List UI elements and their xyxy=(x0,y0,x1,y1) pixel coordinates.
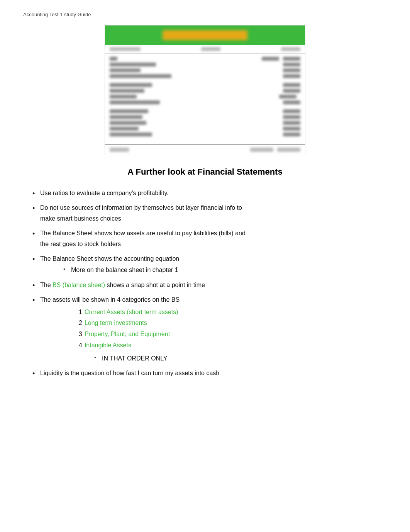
bullet-text-4: The Balance Sheet shows the accounting e… xyxy=(40,255,179,262)
numbered-text-6-3: Property, Plant, and Equipment xyxy=(85,331,170,337)
deep-sub-item-6-1: IN THAT ORDER ONLY xyxy=(94,354,387,364)
table-column-headers xyxy=(105,45,305,54)
table-row xyxy=(110,100,300,104)
blurred-table-image xyxy=(105,25,305,155)
deep-sub-text-6-1: IN THAT ORDER ONLY xyxy=(102,355,168,362)
bullet-text-5-prefix: The xyxy=(40,282,53,288)
table-row xyxy=(110,89,300,93)
col-header-2 xyxy=(201,47,220,51)
bullet-text-3: The Balance Sheet shows how assets are u… xyxy=(40,230,246,236)
numbered-text-6-1: Current Assets (short term assets) xyxy=(85,309,178,315)
table-header xyxy=(105,25,305,45)
bullet-continuation-3: the rest goes to stock holders xyxy=(40,240,387,249)
numbered-item-6-3: 3Property, Plant, and Equipment xyxy=(79,329,387,340)
bullet-text-1: Use ratios to evaluate a company's profi… xyxy=(40,190,169,196)
bullet-item-5: The BS (balance sheet) shows a snap shot… xyxy=(31,280,387,290)
numbered-item-6-1: 1Current Assets (short term assets) xyxy=(79,307,387,318)
main-bullet-list: Use ratios to evaluate a company's profi… xyxy=(31,189,387,378)
table-row xyxy=(110,121,300,125)
bullet-item-7: Liquidity is the question of how fast I … xyxy=(31,369,387,378)
table-row xyxy=(110,57,300,61)
bullet-item-4: The Balance Sheet shows the accounting e… xyxy=(31,254,387,275)
table-row xyxy=(110,95,300,99)
bullet-text-7: Liquidity is the question of how fast I … xyxy=(40,370,219,376)
sub-bullet-list-4: More on the balance sheet in chapter 1 xyxy=(63,265,387,275)
col-header-1 xyxy=(110,47,141,51)
numbered-item-6-4: 4Intangible Assets xyxy=(79,340,387,351)
section-title: A Further look at Financial Statements xyxy=(23,167,387,177)
deep-sub-list-6: IN THAT ORDER ONLY xyxy=(94,354,387,364)
table-header-text xyxy=(163,30,247,40)
bullet-item-6: The assets will be shown in 4 categories… xyxy=(31,295,387,364)
numbered-text-6-4: Intangible Assets xyxy=(85,342,131,348)
table-row xyxy=(110,109,300,113)
numbered-list-6: 1Current Assets (short term assets) 2Lon… xyxy=(79,307,387,351)
table-row xyxy=(110,83,300,87)
table-row xyxy=(110,133,300,136)
bullet-item-2: Do not use sources of information by the… xyxy=(31,203,387,223)
bullet-item-1: Use ratios to evaluate a company's profi… xyxy=(31,189,387,198)
bullet-text-6: The assets will be shown in 4 categories… xyxy=(40,296,180,303)
table-body xyxy=(105,54,305,141)
table-row xyxy=(110,63,300,66)
page-label: Accounting Test 1 study Guide xyxy=(23,12,387,17)
bullet-text-2: Do not use sources of information by the… xyxy=(40,204,242,211)
table-row xyxy=(110,115,300,119)
bullet-text-5-green: BS (balance sheet) xyxy=(53,282,105,288)
table-row xyxy=(110,127,300,131)
table-row xyxy=(110,68,300,72)
table-footer xyxy=(105,144,305,155)
col-header-3 xyxy=(281,47,300,51)
sub-bullet-item-4-1: More on the balance sheet in chapter 1 xyxy=(63,265,387,275)
numbered-text-6-2: Long term investments xyxy=(85,320,147,326)
bullet-continuation-2: make smart business choices xyxy=(40,214,387,223)
sub-bullet-text-4-1: More on the balance sheet in chapter 1 xyxy=(71,267,178,273)
numbered-item-6-2: 2Long term investments xyxy=(79,318,387,329)
bullet-item-3: The Balance Sheet shows how assets are u… xyxy=(31,229,387,249)
bullet-text-5-suffix: shows a snap shot at a point in time xyxy=(105,282,205,288)
table-row xyxy=(110,74,300,78)
